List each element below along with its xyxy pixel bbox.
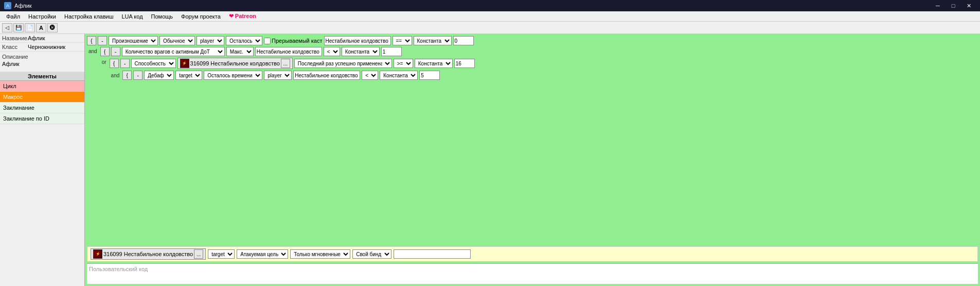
row4-bracket-open[interactable]: { xyxy=(122,71,132,80)
action-target-type[interactable]: Атакуемая цель xyxy=(237,249,288,259)
class-label: Класс xyxy=(2,44,28,50)
menu-help[interactable]: Помощь xyxy=(147,12,177,21)
condition-row-4: { - Дебаф target Осталось в xyxy=(122,71,440,80)
element-macro[interactable]: Макрос xyxy=(0,92,84,103)
element-spell[interactable]: Заклинание xyxy=(0,103,84,113)
menu-keybindings[interactable]: Настройка клавиш xyxy=(60,12,118,21)
row1-bracket-open[interactable]: { xyxy=(87,36,96,45)
menu-patreon[interactable]: ❤ Patreon xyxy=(225,12,260,21)
desc-label: Описание xyxy=(2,54,82,60)
row3-const-label[interactable]: Константа xyxy=(415,59,453,68)
row4-minus[interactable]: - xyxy=(133,71,142,80)
row2-const-label[interactable]: Константа xyxy=(342,47,380,56)
menu-forum[interactable]: Форум проекта xyxy=(177,12,225,21)
row3-spell-dots[interactable]: ... xyxy=(281,59,290,68)
usercode-placeholder: Пользовательский код xyxy=(89,266,148,272)
right-panel: { - Произношение Обычное player Осталось… xyxy=(85,34,980,286)
row1-value3[interactable]: Осталось xyxy=(226,36,262,45)
toolbar-back-button[interactable]: ◁ xyxy=(2,23,12,32)
row3-spell-icon: ⚡ xyxy=(180,59,189,68)
window-controls: ─ □ ✕ xyxy=(931,0,976,11)
action-bind-value[interactable] xyxy=(394,249,471,259)
description-area: Описание Афлик xyxy=(0,52,84,72)
row3-const-value[interactable]: 16 xyxy=(454,59,475,68)
row4-spell-name[interactable]: Нестабильное колдовство xyxy=(293,71,360,80)
row1-const-label[interactable]: Константа xyxy=(414,36,452,45)
row3-value2[interactable]: Последний раз успешно применена xyxy=(294,59,392,68)
element-cycle[interactable]: Цикл xyxy=(0,81,84,92)
row3-4-tree: or { - Способность ⚡ xyxy=(100,58,475,80)
row1-spell-name[interactable]: Нестабильное колдовство xyxy=(324,36,391,45)
row1-value2[interactable]: player xyxy=(197,36,224,45)
menu-file[interactable]: Файл xyxy=(2,12,24,21)
row4-value3[interactable]: player xyxy=(264,71,292,80)
condition-row-2: { - Количество врагов с активным ДоТ Мак… xyxy=(100,47,475,56)
action-spell-icon: ⚡ xyxy=(93,249,102,259)
row1-minus[interactable]: - xyxy=(98,36,107,45)
row2-operator[interactable]: < xyxy=(324,47,340,56)
row2-tree: and { - Количество врагов с активным ДоТ… xyxy=(87,47,978,80)
action-spell-dots[interactable]: ... xyxy=(194,249,203,259)
condition-row-1: { - Произношение Обычное player Осталось… xyxy=(87,36,978,45)
or-label-1: or xyxy=(100,59,108,65)
row3-operator[interactable]: >= xyxy=(394,59,413,68)
row2-condition-type[interactable]: Количество врагов с активным ДоТ xyxy=(122,47,225,56)
row1-checkbox[interactable] xyxy=(264,38,271,44)
toolbar-new-button[interactable]: 📄 xyxy=(25,23,35,32)
condition-area: { - Произношение Обычное player Осталось… xyxy=(87,36,978,245)
row1-checkbox-label[interactable]: Прерываемый каст xyxy=(264,38,323,44)
minimize-button[interactable]: ─ xyxy=(931,0,945,11)
menu-lua[interactable]: LUA код xyxy=(117,12,147,21)
row3-bracket-open[interactable]: { xyxy=(110,59,119,68)
maximize-button[interactable]: □ xyxy=(946,0,960,11)
row2-minus[interactable]: - xyxy=(111,47,120,56)
and-label-2: and xyxy=(110,72,121,79)
class-value: Чернокнижник xyxy=(28,44,82,50)
row4-const-value[interactable]: 5 xyxy=(419,71,440,80)
row3-minus[interactable]: - xyxy=(120,59,130,68)
and-connector-1: and xyxy=(87,48,99,55)
or-and-connector: or xyxy=(100,59,108,65)
row3-condition-type[interactable]: Способность xyxy=(131,59,176,68)
action-row: ⚡ 316099 Нестабильное колдовство ... tar… xyxy=(87,246,978,262)
toolbar-a-button[interactable]: A xyxy=(36,23,46,32)
name-row: Название Афлик xyxy=(0,34,84,43)
toolbar-w-button[interactable]: 🅦 xyxy=(47,23,58,32)
menubar: Файл Настройки Настройка клавиш LUA код … xyxy=(0,11,980,22)
class-row: Класс Чернокнижник xyxy=(0,43,84,52)
row1-const-value[interactable]: 0 xyxy=(453,36,474,45)
row1-condition-type[interactable]: Произношение xyxy=(109,36,158,45)
row1-value1[interactable]: Обычное xyxy=(159,36,195,45)
row3-spell-button[interactable]: ⚡ 316099 Нестабильное колдовство ... xyxy=(177,58,293,69)
row4-const-label[interactable]: Константа xyxy=(380,71,418,80)
menu-settings[interactable]: Настройки xyxy=(24,12,60,21)
desc-value: Афлик xyxy=(2,61,82,67)
usercode-area[interactable]: Пользовательский код xyxy=(87,263,978,284)
main-layout: Название Афлик Класс Чернокнижник Описан… xyxy=(0,34,980,286)
name-label: Название xyxy=(2,35,28,41)
action-target[interactable]: target xyxy=(208,249,235,259)
row4-container: and { - Дебаф target xyxy=(110,71,475,80)
elements-header: Элементы xyxy=(0,72,84,81)
toolbar-save-button[interactable]: 💾 xyxy=(13,23,24,32)
row4-value2[interactable]: Осталось времени xyxy=(204,71,262,80)
action-spell-button[interactable]: ⚡ 316099 Нестабильное колдовство ... xyxy=(91,248,206,260)
condition-row-3: { - Способность ⚡ 316099 Нестабильное ко… xyxy=(110,58,475,69)
action-cast-type[interactable]: Только мгновенные xyxy=(290,249,350,259)
toolbar: ◁ 💾 📄 A 🅦 xyxy=(0,22,980,34)
row2-spell-name[interactable]: Нестабильное колдовство xyxy=(255,47,322,56)
action-bind-type[interactable]: Свой бинд xyxy=(352,249,391,259)
row1-operator[interactable]: == xyxy=(393,36,412,45)
close-button[interactable]: ✕ xyxy=(961,0,976,11)
row4-operator[interactable]: < xyxy=(362,71,378,80)
and-label-1: and xyxy=(87,48,99,55)
row2-value1[interactable]: Макс. xyxy=(226,47,254,56)
row2-bracket-open[interactable]: { xyxy=(100,47,110,56)
row4-condition-type[interactable]: Дебаф xyxy=(144,71,174,80)
row4-value1[interactable]: target xyxy=(175,71,202,80)
left-panel: Название Афлик Класс Чернокнижник Описан… xyxy=(0,34,85,286)
element-spell-id[interactable]: Заклинание по ID xyxy=(0,113,84,124)
app-title: Афлик xyxy=(14,3,32,9)
row2-const-value[interactable]: 1 xyxy=(381,47,402,56)
name-value: Афлик xyxy=(28,35,82,41)
